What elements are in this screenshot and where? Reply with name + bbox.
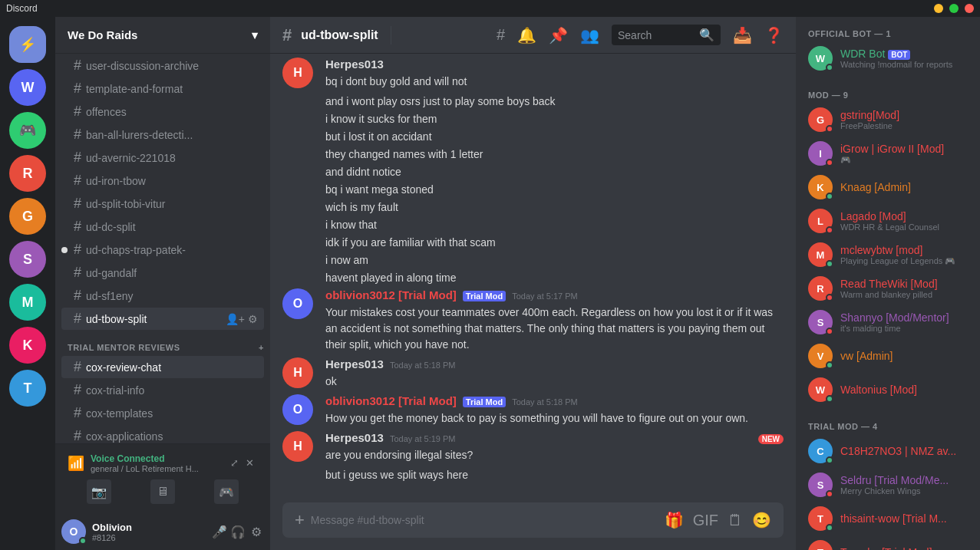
server-icon-8[interactable]: T	[9, 370, 46, 407]
avatar[interactable]: O	[282, 394, 313, 425]
continued-message: i know it sucks for them	[270, 110, 796, 128]
member-item[interactable]: R Read TheWiki [Mod] Warm and blankey pi…	[802, 272, 974, 305]
avatar[interactable]: H	[282, 431, 313, 462]
member-item[interactable]: S Shannyo [Mod/Mentor] it's malding time	[802, 305, 974, 339]
sidebar-item-template-and-format[interactable]: #template-and-format	[61, 77, 264, 100]
sidebar-item-ud-avernic-221018[interactable]: #ud-avernic-221018	[61, 147, 264, 169]
notifications-icon[interactable]: 🔔	[517, 26, 536, 44]
threads-icon[interactable]: #	[497, 26, 505, 44]
minimize-button[interactable]	[934, 4, 943, 13]
gear-icon[interactable]: ⚙	[248, 313, 258, 325]
member-item[interactable]: T Treecko [Trial Mod]	[802, 535, 974, 550]
avatar[interactable]: H	[282, 357, 313, 388]
new-badge: NEW	[758, 434, 784, 444]
activity-button[interactable]: 🎮	[214, 479, 239, 504]
member-item[interactable]: C C18H27NO3 | NMZ av...	[802, 434, 974, 468]
maximize-button[interactable]	[949, 4, 959, 13]
attach-button[interactable]: +	[295, 502, 305, 538]
sidebar-item-ud-dc-split[interactable]: #ud-dc-split	[61, 216, 264, 238]
member-item[interactable]: T thisaint-wow [Trial M...	[802, 502, 974, 535]
member-item[interactable]: W WDR BotBOT Watching !modmail for repor…	[802, 41, 974, 75]
server-icon-2[interactable]: 🎮	[9, 112, 46, 149]
settings-button[interactable]: ⚙	[249, 524, 264, 539]
mute-button[interactable]: 🎤	[212, 524, 227, 539]
message-content: oblivion3012 [Trial Mod]Trial ModToday a…	[325, 394, 784, 426]
member-sub: it's malding time	[840, 324, 968, 333]
member-item[interactable]: K Knaag [Admin]	[802, 170, 974, 204]
screen-share-button[interactable]: 🖥	[150, 479, 175, 504]
sidebar-item-ud-tbow-split[interactable]: #ud-tbow-split👤+⚙	[61, 308, 264, 330]
add-user-icon[interactable]: 👤+	[226, 313, 245, 325]
server-icon-7[interactable]: K	[9, 327, 46, 364]
emoji-icon[interactable]: 😊	[752, 511, 771, 529]
add-user-icon[interactable]: 👤+	[226, 267, 245, 279]
author-name[interactable]: Herpes013	[325, 357, 384, 371]
member-item[interactable]: I iGrow | iGrow II [Mod] 🎮	[802, 137, 974, 170]
avatar[interactable]: O	[282, 288, 313, 319]
deafen-button[interactable]: 🎧	[230, 524, 246, 539]
sidebar-item-cox-applications[interactable]: #cox-applications	[61, 425, 264, 443]
server-icon-5[interactable]: S	[9, 241, 46, 278]
sidebar-item-ud-iron-tbow[interactable]: #ud-iron-tbow	[61, 170, 264, 192]
voice-expand-icon[interactable]: ⤢	[230, 457, 243, 469]
member-item[interactable]: L Lagado [Mod] WDR HR & Legal Counsel	[802, 204, 974, 238]
help-icon[interactable]: ❓	[764, 26, 784, 44]
gear-icon[interactable]: ⚙	[248, 267, 258, 279]
mod-badge: Trial Mod	[463, 291, 506, 301]
inbox-icon[interactable]: 📥	[733, 26, 752, 44]
sidebar-item-cox-templates[interactable]: #cox-templates	[61, 402, 264, 424]
message-content: Herpes013Today at 5:18 PMok	[325, 357, 784, 390]
sidebar-item-ud-chaps-trap-patek-[interactable]: #ud-chaps-trap-patek-	[61, 239, 264, 261]
chevron-down-icon: ▾	[252, 28, 258, 42]
member-status-dot	[826, 193, 833, 200]
sidebar-item-cox-review-chat[interactable]: #cox-review-chat	[61, 356, 264, 378]
hash-icon: #	[74, 127, 81, 143]
member-item[interactable]: W Waltonius [Mod]	[802, 373, 974, 407]
sidebar-item-ud-split-tobi-vitur[interactable]: #ud-split-tobi-vitur	[61, 193, 264, 215]
avatar[interactable]: H	[282, 58, 313, 88]
author-name[interactable]: oblivion3012 [Trial Mod]	[325, 288, 457, 301]
members-icon[interactable]: 👥	[580, 26, 599, 44]
member-sub: Playing League of Legends 🎮	[840, 256, 968, 266]
sticker-icon[interactable]: 🗒	[728, 512, 743, 529]
member-item[interactable]: M mclewybtw [mod] Playing League of Lege…	[802, 238, 974, 272]
author-name[interactable]: Herpes013	[325, 58, 384, 71]
member-item[interactable]: S Seldru [Trial Mod/Me... Merry Chicken …	[802, 468, 974, 502]
voice-area: 📶 Voice Connected general / LoL Retireme…	[55, 443, 270, 513]
user-info: Oblivion #8126	[92, 522, 206, 542]
member-status-dot	[826, 125, 833, 133]
voice-status: Voice Connected	[91, 453, 224, 464]
member-avatar: M	[808, 242, 833, 267]
sidebar-item-offences[interactable]: #offences	[61, 100, 264, 123]
server-icon-4[interactable]: G	[9, 198, 46, 235]
add-icon[interactable]: +	[259, 343, 264, 352]
sidebar-item-ud-sf1eny[interactable]: #ud-sf1eny	[61, 285, 264, 307]
author-name[interactable]: oblivion3012 [Trial Mod]	[325, 394, 457, 407]
server-icon-6[interactable]: M	[9, 284, 46, 321]
sidebar-item-cox-trial-info[interactable]: #cox-trial-info	[61, 379, 264, 401]
camera-button[interactable]: 📷	[87, 479, 111, 504]
search-bar[interactable]: 🔍	[612, 25, 721, 45]
server-icon-1[interactable]: W	[9, 69, 46, 106]
voice-leave-icon[interactable]: ✕	[246, 457, 258, 469]
hash-icon: #	[74, 405, 81, 421]
author-name[interactable]: Herpes013	[325, 431, 384, 444]
sidebar-item-ud-gandalf[interactable]: #ud-gandalf👤+⚙	[61, 262, 264, 284]
gift-icon[interactable]: 🎁	[665, 511, 684, 529]
search-input[interactable]	[618, 29, 695, 41]
server-icon-3[interactable]: R	[9, 155, 46, 192]
member-item[interactable]: V vw [Admin]	[802, 339, 974, 373]
sidebar-item-ban-all-lurers-detecti...[interactable]: #ban-all-lurers-detecti...	[61, 124, 264, 146]
pin-icon[interactable]: 📌	[549, 26, 568, 44]
server-icon-0[interactable]: ⚡	[9, 26, 46, 63]
member-item[interactable]: G gstring[Mod] FreePalestine	[802, 103, 974, 137]
close-button[interactable]	[965, 4, 974, 13]
channel-name: offences	[86, 106, 258, 118]
member-avatar: R	[808, 276, 833, 301]
message-input[interactable]	[311, 505, 658, 535]
sidebar-item-user-discussion-archive[interactable]: #user-discussion-archive	[61, 54, 264, 77]
section-trial-mentor[interactable]: TRIAL MENTOR REVIEWS+	[55, 331, 270, 355]
gif-icon[interactable]: GIF	[693, 512, 718, 529]
server-header[interactable]: We Do Raids▾	[55, 17, 270, 54]
channel-name: ud-gandalf	[86, 267, 226, 279]
